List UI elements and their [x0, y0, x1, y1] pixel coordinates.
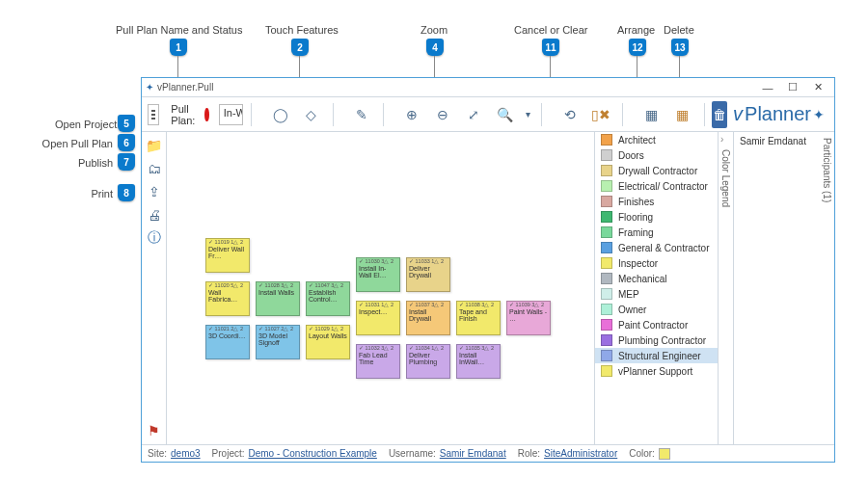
app-icon: ✦ [146, 82, 153, 93]
minimize-button[interactable]: — [755, 82, 780, 93]
color-legend-tab[interactable]: › Color Legend [719, 132, 734, 444]
clear-button[interactable]: ▯✖ [587, 101, 614, 128]
toolbar: Pull Plan: In-Wall F ◯ ◇ ✎ ⊕ ⊖ ⤢ 🔍 ▾ ⟲ ▯… [142, 97, 834, 132]
callout-7: 7 [118, 153, 135, 171]
legend-item[interactable]: Doors [595, 147, 718, 163]
sticky-note[interactable]: ✓ 11021 2△ 23D Coordi… [205, 325, 250, 359]
zoom-out-button[interactable]: ⊖ [429, 101, 456, 128]
legend-item[interactable]: Architect [595, 132, 718, 147]
sticky-note[interactable]: ✓ 11034 1△ 2Deliver Plumbing [406, 344, 450, 379]
print-button[interactable]: 🖨 [145, 205, 164, 225]
pullplan-name-field[interactable]: In-Wall F [219, 104, 243, 125]
sticky-note[interactable]: ✓ 11039 3△ 2Paint Walls - … [506, 301, 551, 335]
status-user-label: Username: [389, 448, 436, 459]
annotation-button[interactable]: ✎ [348, 101, 375, 128]
clear-group: ⟲ ▯✖ [556, 101, 614, 128]
maximize-button[interactable]: ☐ [780, 81, 805, 93]
search-button[interactable]: 🔍 [491, 101, 518, 128]
legend-item[interactable]: Paint Contractor [595, 317, 718, 332]
grid-button[interactable]: ▦ [638, 101, 665, 128]
callout-13: 13 [671, 39, 689, 56]
sticky-note[interactable]: ✓ 11027 2△ 23D Model Signoff [256, 325, 300, 359]
legend-item[interactable]: Inspector [595, 255, 718, 271]
legend-item[interactable]: Structural Engineer [595, 348, 718, 363]
close-button[interactable]: ✕ [805, 81, 830, 93]
annotation-group: ✎ [348, 101, 375, 128]
brand-logo: vPlanner✦ [733, 103, 828, 125]
legend-item[interactable]: Owner [595, 302, 718, 317]
zoom-group: ⊕ ⊖ ⤢ 🔍 ▾ [398, 101, 533, 128]
color-legend-panel[interactable]: ArchitectDoorsDrywall ContractorElectric… [595, 132, 719, 444]
sticky-note[interactable]: ✓ 11028 3△ 2Install Walls [256, 281, 300, 316]
zoom-in-button[interactable]: ⊕ [398, 101, 425, 128]
sticky-note[interactable]: ✓ 11047 3△ 2Establish Control… [306, 281, 350, 316]
sticky-note[interactable]: ✓ 11030 3△ 2Install In-Wall El… [356, 257, 400, 292]
legend-item[interactable]: Framing [595, 225, 718, 240]
sticky-note[interactable]: ✓ 11019 1△ 2Deliver Wall Fr… [205, 238, 250, 273]
chevron-right-icon: › [720, 134, 723, 145]
callout-label-2: Touch Features [265, 24, 339, 36]
sticky-note[interactable]: ✓ 11029 1△ 2Layout Walls [306, 325, 350, 359]
callout-label-8: Print [89, 188, 113, 199]
sticky-note[interactable]: ✓ 11032 3△ 2Fab Lead Time [356, 344, 400, 379]
callout-label-1: Pull Plan Name and Status [116, 24, 242, 36]
menu-button[interactable] [148, 104, 159, 125]
cancel-button[interactable]: ⟲ [556, 101, 583, 128]
right-panels: ArchitectDoorsDrywall ContractorElectric… [594, 132, 834, 444]
touch-shape-button[interactable]: ◇ [298, 101, 325, 128]
arrange-button[interactable]: ▦ [669, 101, 696, 128]
status-role[interactable]: SiteAdministrator [544, 448, 617, 459]
legend-item[interactable]: MEP [595, 286, 718, 302]
callout-1: 1 [170, 39, 187, 56]
statusbar: Site: demo3 Project: Demo - Construction… [142, 444, 834, 462]
touch-group: ◯ ◇ [267, 101, 325, 128]
info-button[interactable]: ⓘ [145, 228, 164, 248]
callout-6: 6 [118, 134, 135, 151]
publish-button[interactable]: ⇪ [145, 182, 164, 201]
legend-item[interactable]: Flooring [595, 209, 718, 225]
legend-item[interactable]: Plumbing Contractor [595, 332, 718, 348]
flag-button[interactable]: ⚑ [145, 421, 164, 440]
open-project-button[interactable]: 📁 [145, 136, 164, 155]
fit-screen-button[interactable]: ⤢ [460, 101, 487, 128]
sticky-note[interactable]: ✓ 11035 3△ 2Install InWall… [456, 344, 501, 379]
arrange-group: ▦ ▦ [638, 101, 696, 128]
status-project[interactable]: Demo - Construction Example [249, 448, 377, 459]
sticky-note[interactable]: ✓ 11031 1△ 2Inspect… [356, 301, 400, 335]
status-role-label: Role: [518, 448, 540, 459]
participants-tab[interactable]: Participants (1) [819, 132, 834, 444]
callout-label-6: Open Pull Plan [39, 138, 113, 149]
callout-5: 5 [118, 115, 135, 132]
legend-item[interactable]: vPlanner Support [595, 363, 718, 379]
touch-rotate-button[interactable]: ◯ [267, 101, 294, 128]
legend-item[interactable]: Mechanical [595, 271, 718, 286]
legend-item[interactable]: Finishes [595, 194, 718, 209]
window-title: vPlanner.Pull [157, 82, 213, 93]
open-pullplan-button[interactable]: 🗂 [145, 159, 164, 178]
search-dropdown[interactable]: ▾ [522, 101, 533, 128]
status-site[interactable]: demo3 [171, 448, 201, 459]
legend-item[interactable]: General & Contractor [595, 240, 718, 255]
legend-item[interactable]: Electrical/ Contractor [595, 178, 718, 194]
status-color-swatch[interactable] [659, 448, 670, 460]
sticky-note[interactable]: ✓ 11038 3△ 2Tape and Finish [456, 301, 501, 335]
pullplan-label: Pull Plan: [171, 103, 195, 126]
callout-label-12: Arrange [617, 24, 655, 36]
collaboration-canvas[interactable]: ✓ 11019 1△ 2Deliver Wall Fr…✓ 11020 5△ 2… [167, 132, 594, 444]
callout-4: 4 [426, 39, 444, 56]
titlebar: ✦ vPlanner.Pull — ☐ ✕ [142, 78, 834, 97]
callout-2: 2 [291, 39, 309, 56]
delete-button[interactable]: 🗑 [712, 101, 727, 128]
sticky-note[interactable]: ✓ 11037 3△ 2Install Drywall [406, 301, 450, 335]
callout-label-11: Cancel or Clear [514, 24, 587, 36]
callout-label-4: Zoom [420, 24, 448, 36]
callout-11: 11 [542, 39, 559, 56]
sticky-note[interactable]: ✓ 11033 1△ 2Deliver Drywall [406, 257, 450, 292]
callout-label-13: Delete [664, 24, 694, 36]
sticky-note[interactable]: ✓ 11020 5△ 2Wall Fabrica… [205, 281, 250, 316]
participants-panel: Samir Emdanat [734, 132, 819, 444]
status-user[interactable]: Samir Emdanat [440, 448, 506, 459]
legend-item[interactable]: Drywall Contractor [595, 163, 718, 178]
callout-12: 12 [629, 39, 646, 56]
status-indicator [204, 108, 208, 121]
